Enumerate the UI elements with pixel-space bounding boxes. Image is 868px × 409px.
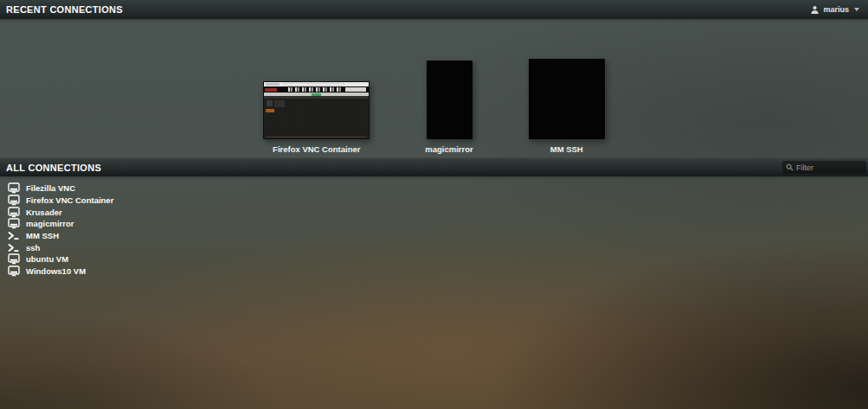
- thumbnail-gray-tile: [274, 100, 285, 107]
- connection-item-filezilla-vnc[interactable]: Filezilla VNC: [0, 182, 868, 195]
- recent-connection-label: magicmirror: [425, 144, 473, 154]
- recent-connections-row: Firefox VNC Container magicmirror MM SSH: [0, 59, 868, 154]
- username-label: marius: [823, 5, 849, 14]
- connection-label: Windows10 VM: [26, 266, 86, 276]
- monitor-icon: [8, 207, 20, 218]
- connection-list: Filezilla VNC Firefox VNC Container Krus…: [0, 182, 868, 277]
- recent-thumbnail-firefox-vnc-container[interactable]: [263, 81, 370, 139]
- connection-item-firefox-vnc-container[interactable]: Firefox VNC Container: [0, 195, 868, 207]
- filter-box[interactable]: [782, 161, 866, 174]
- connection-item-magicmirror[interactable]: magicmirror: [0, 218, 868, 230]
- thumbnail-page-masthead: [264, 86, 369, 93]
- recent-thumbnail-mm-ssh[interactable]: [529, 59, 605, 139]
- recent-connections-header-bar: RECENT CONNECTIONS marius: [0, 0, 868, 19]
- thumbnail-green-button: [312, 93, 321, 96]
- connection-label: Filezilla VNC: [26, 183, 75, 193]
- filter-input[interactable]: [796, 163, 863, 172]
- thumbnail-page-toolbar: [264, 93, 369, 96]
- connection-label: ssh: [26, 243, 40, 252]
- monitor-icon: [8, 182, 20, 194]
- recent-connections-section: Firefox VNC Container magicmirror MM SSH: [0, 19, 868, 159]
- thumbnail-browser-tab: [266, 83, 280, 86]
- monitor-icon: [8, 253, 20, 265]
- connection-item-ubuntu-vm[interactable]: ubuntu VM: [0, 253, 868, 265]
- monitor-icon: [8, 195, 20, 206]
- thumbnail-page-content: [264, 99, 369, 138]
- terminal-icon: [8, 230, 20, 241]
- recent-thumbnail-magicmirror[interactable]: [427, 61, 473, 139]
- thumbnail-footer-line: [266, 137, 367, 137]
- thumbnail-right-block: [345, 87, 366, 92]
- search-icon: [786, 163, 794, 171]
- connection-item-mm-ssh[interactable]: MM SSH: [0, 230, 868, 242]
- terminal-icon: [8, 242, 20, 253]
- thumbnail-url-field: [283, 83, 344, 86]
- monitor-icon: [8, 265, 20, 277]
- connection-item-ssh[interactable]: ssh: [0, 241, 868, 253]
- monitor-icon: [8, 218, 20, 229]
- recent-connection-firefox-vnc-container[interactable]: Firefox VNC Container: [263, 81, 370, 154]
- all-connections-header-bar: ALL CONNECTIONS: [0, 158, 868, 176]
- connection-label: ubuntu VM: [26, 254, 68, 264]
- recent-connection-magicmirror[interactable]: magicmirror: [425, 61, 473, 154]
- user-menu[interactable]: marius: [807, 3, 862, 16]
- connection-item-krusader[interactable]: Krusader: [0, 206, 868, 218]
- recent-connection-mm-ssh[interactable]: MM SSH: [529, 59, 605, 154]
- connection-label: Krusader: [26, 208, 62, 217]
- guacamole-home-screen: RECENT CONNECTIONS marius: [0, 0, 868, 409]
- connection-label: Firefox VNC Container: [26, 195, 113, 205]
- recent-connection-label: Firefox VNC Container: [273, 144, 360, 154]
- thumbnail-gray-tile: [267, 100, 273, 106]
- recent-connection-label: MM SSH: [550, 144, 583, 154]
- connection-item-windows10-vm[interactable]: Windows10 VM: [0, 265, 868, 277]
- connection-label: magicmirror: [26, 219, 74, 228]
- connection-label: MM SSH: [26, 231, 59, 240]
- thumbnail-red-logo: [265, 88, 277, 92]
- thumbnail-headline-text: [288, 87, 341, 92]
- all-connections-title: ALL CONNECTIONS: [6, 163, 101, 173]
- thumbnail-orange-link: [266, 109, 274, 112]
- recent-connections-title: RECENT CONNECTIONS: [6, 4, 123, 15]
- user-icon: [810, 5, 820, 15]
- caret-down-icon: [854, 8, 859, 11]
